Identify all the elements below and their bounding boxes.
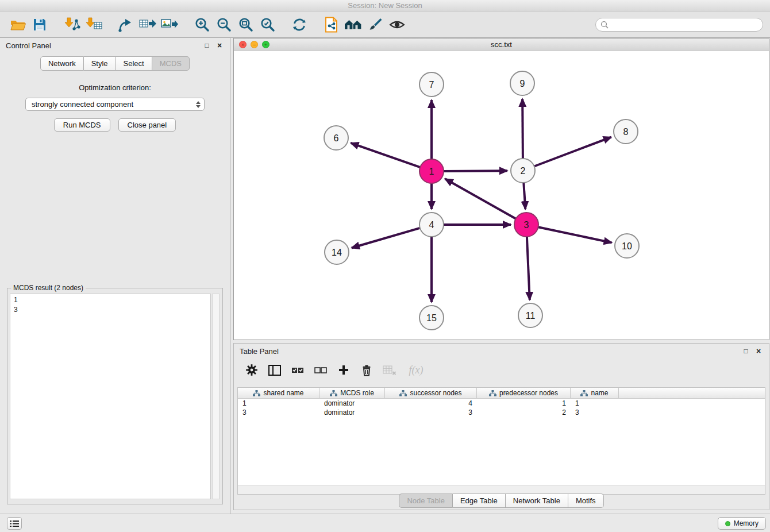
- zoom-out-button[interactable]: [213, 14, 234, 35]
- zoom-fit-button[interactable]: [234, 14, 256, 35]
- graph-node-15[interactable]: 15: [419, 306, 444, 330]
- table-horizontal-scrollbar[interactable]: [238, 485, 765, 494]
- main-toolbar: [0, 11, 770, 38]
- search-box[interactable]: [595, 18, 763, 32]
- table-row[interactable]: 1dominator411: [238, 399, 765, 408]
- edge-3-11[interactable]: [527, 237, 530, 300]
- table-cell[interactable]: dominator: [319, 408, 385, 417]
- graph-node-4[interactable]: 4: [419, 213, 444, 237]
- table-cell[interactable]: 2: [477, 408, 571, 417]
- panel-list-button[interactable]: [7, 517, 22, 530]
- edge-1-2[interactable]: [444, 171, 507, 171]
- show-hide-button[interactable]: [386, 14, 408, 35]
- float-control-panel-button[interactable]: □: [202, 41, 211, 49]
- graph-node-2[interactable]: 2: [511, 159, 535, 183]
- minimize-window-button[interactable]: −: [251, 41, 258, 48]
- close-table-panel-button[interactable]: ×: [754, 346, 763, 356]
- import-table-button[interactable]: [83, 14, 105, 35]
- svg-text:2: 2: [521, 166, 526, 176]
- close-control-panel-button[interactable]: ×: [215, 41, 224, 50]
- apply-style-button[interactable]: [364, 14, 386, 35]
- table-cell[interactable]: 1: [477, 399, 571, 407]
- column-type-icon: [330, 390, 337, 396]
- save-session-button[interactable]: [29, 14, 51, 35]
- column-header-predecessor-nodes[interactable]: predecessor nodes: [477, 388, 571, 398]
- column-header-successor-nodes[interactable]: successor nodes: [385, 388, 477, 398]
- copy-network-icon: [324, 17, 339, 33]
- graph-node-9[interactable]: 9: [510, 71, 534, 95]
- edge-3-1[interactable]: [445, 179, 516, 218]
- tab-network-table[interactable]: Network Table: [506, 494, 568, 508]
- mcds-result-text[interactable]: 1 3: [10, 294, 211, 499]
- function-builder-button[interactable]: f(x): [404, 362, 428, 378]
- tab-select[interactable]: Select: [116, 56, 152, 71]
- search-input[interactable]: [612, 21, 758, 29]
- first-neighbors-button[interactable]: [342, 14, 364, 35]
- open-folder-icon: [10, 18, 26, 32]
- table-settings-button[interactable]: [243, 362, 260, 378]
- edge-2-3[interactable]: [523, 183, 525, 209]
- import-network-button[interactable]: [61, 14, 83, 35]
- table-cell[interactable]: 1: [238, 399, 319, 407]
- edge-3-10[interactable]: [538, 227, 612, 242]
- copy-network-button[interactable]: [321, 14, 342, 35]
- run-mcds-button[interactable]: Run MCDS: [54, 118, 110, 132]
- zoom-selected-button[interactable]: [256, 14, 278, 35]
- graph-node-7[interactable]: 7: [419, 72, 444, 97]
- edge-2-8[interactable]: [534, 137, 611, 167]
- svg-text:11: 11: [526, 311, 536, 321]
- graph-node-14[interactable]: 14: [325, 240, 349, 264]
- zoom-in-button[interactable]: [191, 14, 213, 35]
- deselect-all-rows-button[interactable]: [312, 362, 329, 378]
- edge-2-9[interactable]: [522, 99, 523, 159]
- table-header-row: shared nameMCDS rolesuccessor nodesprede…: [238, 388, 765, 399]
- tab-style[interactable]: Style: [84, 56, 116, 71]
- export-network-button[interactable]: [115, 14, 137, 35]
- table-cell[interactable]: 4: [385, 399, 477, 407]
- edge-1-6[interactable]: [351, 143, 421, 167]
- delete-row-button[interactable]: [358, 362, 375, 378]
- graph-node-10[interactable]: 10: [615, 234, 639, 258]
- tab-mcds[interactable]: MCDS: [152, 56, 190, 71]
- zoom-out-icon: [216, 17, 232, 32]
- tab-node-table[interactable]: Node Table: [399, 494, 453, 508]
- optimization-criterion-select[interactable]: strongly connected component: [25, 98, 205, 111]
- tab-network[interactable]: Network: [40, 56, 84, 71]
- column-header-MCDS-role[interactable]: MCDS role: [319, 388, 385, 398]
- memory-button[interactable]: Memory: [718, 517, 766, 530]
- graph-node-3[interactable]: 3: [514, 213, 538, 237]
- column-header-shared-name[interactable]: shared name: [238, 388, 319, 398]
- column-header-name[interactable]: name: [571, 388, 619, 398]
- refresh-view-button[interactable]: [288, 14, 310, 35]
- close-window-button[interactable]: ×: [239, 41, 247, 48]
- split-panel-icon: [268, 365, 281, 376]
- tab-motifs[interactable]: Motifs: [568, 494, 604, 508]
- table-cell[interactable]: 3: [385, 408, 477, 417]
- zoom-window-button[interactable]: +: [262, 41, 270, 48]
- graph-node-6[interactable]: 6: [324, 126, 348, 150]
- table-cell[interactable]: 3: [571, 408, 619, 417]
- show-column-panel-button[interactable]: [266, 362, 283, 378]
- gear-icon: [246, 364, 257, 376]
- table-cell[interactable]: dominator: [319, 399, 385, 407]
- table-row[interactable]: 3dominator323: [238, 408, 765, 417]
- result-scrollbar[interactable]: [212, 294, 220, 499]
- tab-edge-table[interactable]: Edge Table: [453, 494, 506, 508]
- control-panel-tabs: NetworkStyleSelectMCDS: [0, 56, 230, 71]
- open-session-button[interactable]: [7, 14, 29, 35]
- edge-4-14[interactable]: [352, 228, 420, 248]
- table-cell[interactable]: 3: [238, 408, 319, 417]
- export-image-button[interactable]: [159, 14, 180, 35]
- table-cell[interactable]: 1: [571, 399, 619, 407]
- network-canvas[interactable]: 7968124314101511: [234, 51, 769, 340]
- delete-table-button[interactable]: [381, 362, 398, 378]
- close-mcds-panel-button[interactable]: Close panel: [118, 118, 176, 132]
- add-row-button[interactable]: [335, 362, 352, 378]
- graph-node-8[interactable]: 8: [614, 119, 638, 144]
- export-table-button[interactable]: [137, 14, 159, 35]
- graph-node-1[interactable]: 1: [419, 159, 444, 183]
- float-table-panel-button[interactable]: □: [741, 347, 750, 355]
- select-all-rows-button[interactable]: [289, 362, 306, 378]
- mcds-result-group: MCDS result (2 nodes) 1 3: [7, 288, 223, 504]
- graph-node-11[interactable]: 11: [518, 303, 542, 327]
